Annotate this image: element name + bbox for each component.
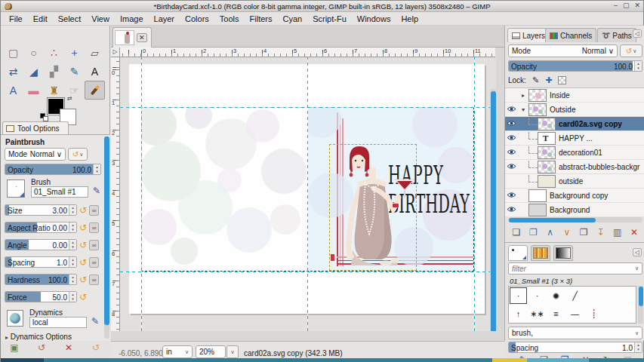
delete-layer-button[interactable]: ✕ [627,225,642,239]
visibility-eye-icon[interactable] [505,206,518,214]
brush-item[interactable]: · [528,287,547,305]
canvas-vertical-scrollbar[interactable] [490,89,496,331]
reset-icon[interactable]: ↺ [79,240,87,250]
layer-row-background-copy[interactable]: Background copy [505,189,644,203]
visibility-eye-icon[interactable] [505,149,518,157]
layer-mode-reset-button[interactable]: ↺∨ [620,44,642,57]
layer-thumbnail[interactable] [528,103,547,116]
raise-layer-button[interactable]: ∧ [543,225,558,239]
close-button[interactable]: ✕ [634,2,640,9]
vertical-guide[interactable] [474,57,475,331]
clone-tool[interactable]: ♜ [44,81,64,100]
save-tool-preset[interactable]: ▣ [4,342,25,353]
new-layer-button[interactable]: ❏ [509,225,524,239]
layer-row-abstract-bubbles-backgr[interactable]: abstract-bubbles-backgr [505,160,644,174]
reset-icon[interactable]: ↺ [79,222,87,233]
chain-link-button[interactable]: ∞ [89,275,99,285]
reset-tool-options[interactable]: ↺ [85,342,106,353]
horizontal-guide[interactable] [120,107,496,108]
swap-colors-icon[interactable]: ⇄ [67,95,72,102]
visibility-eye-icon[interactable] [505,106,518,114]
brush-item[interactable] [584,287,603,305]
menu-item-view[interactable]: View [86,13,115,25]
move-tool[interactable]: + [64,43,85,62]
delete-tool-preset[interactable]: ✕ [58,342,79,353]
tab-layers[interactable]: Layers [507,28,550,42]
image-tab-close-icon[interactable]: ✕ [137,33,147,42]
menu-item-windows[interactable]: Windows [352,13,396,25]
menu-item-script-fu[interactable]: Script-Fu [307,13,352,25]
brush-item[interactable]: ∗∗ [528,305,547,323]
opacity-slider[interactable]: Opacity 100.0 ▴▾ [5,164,101,175]
lower-layer-button[interactable]: ∨ [559,225,575,239]
chain-link-button[interactable]: ∞ [89,257,99,268]
dock-menu-icon[interactable]: ◁ [633,29,642,38]
visibility-eye-icon[interactable] [505,163,518,171]
visibility-eye-icon[interactable] [505,120,518,128]
layer-row-outside[interactable]: outside [505,174,644,189]
hardness-slider[interactable]: Hardness100.0▴▾ [5,274,77,285]
horizontal-guide[interactable] [120,272,496,272]
measure-tool[interactable]: A [3,81,23,100]
layer-thumbnail[interactable] [528,89,547,102]
brush-grid-scrollbar[interactable] [638,286,643,324]
brush-filter-input[interactable] [512,265,625,273]
layer-row-decoration01[interactable]: decoration01 [505,146,644,160]
gradient-tool[interactable]: ▞ [44,62,64,81]
menu-item-select[interactable]: Select [53,13,87,25]
group-expander-icon[interactable]: ▾ [518,106,528,113]
restore-tool-preset[interactable]: ↺ [31,342,52,353]
edit-brush-icon[interactable]: ✎ [93,186,100,196]
menu-item-filters[interactable]: Filters [245,13,278,25]
group-expander-icon[interactable]: ▸ [518,92,528,99]
brush-name-field[interactable]: 01_Small #1 [31,186,88,198]
menu-item-colors[interactable]: Colors [180,13,214,25]
image-tab[interactable]: ✕ [112,27,152,48]
layer-thumbnail[interactable] [538,175,556,188]
brush-spacing-slider[interactable]: Spacing 1.0 ▴▾ [508,342,642,353]
layer-opacity-slider[interactable]: Opacity 100.0 ▴▾ [508,60,642,72]
paths-tool[interactable]: ✎ [64,62,85,81]
layer-mode-select[interactable]: Mode Normal ∨ [508,44,618,57]
brush-item[interactable]: ≡ [547,305,565,323]
rectangle-select-tool[interactable]: ▢ [3,43,23,62]
dynamics-preview[interactable] [7,310,23,327]
layer-thumbnail[interactable] [538,146,556,159]
lock-pixels-icon[interactable]: ✎ [532,75,539,85]
lock-position-icon[interactable]: ✚ [545,75,552,85]
maximize-button[interactable]: ▢ [623,2,630,9]
tab-channels[interactable]: Channels [545,28,596,42]
dynamics-options-expander[interactable]: ▸ Dynamics Options [5,333,72,341]
menu-item-image[interactable]: Image [115,13,149,25]
aspect-ratio-slider[interactable]: Aspect Ratio0.00▴▾ [5,222,77,233]
canvas-viewport[interactable]: HAPPY BIRTHDAY [120,57,496,331]
layer-row-inside[interactable]: ▸Inside [505,88,644,103]
layer-row-card02a-svg-copy[interactable]: card02a.svg copy [505,117,644,131]
add-mask-button[interactable]: ▥ [610,225,625,239]
layer-thumbnail[interactable] [528,189,547,202]
menu-item-tools[interactable]: Tools [214,13,245,25]
tab-patterns[interactable] [531,245,550,261]
layer-row-background[interactable]: Background [505,203,644,216]
force-slider[interactable]: Force50.0▴▾ [5,291,77,302]
paintbrush-tool[interactable] [85,81,105,100]
opacity-spinner[interactable]: ▴▾ [93,164,100,174]
spacing-slider[interactable]: Spacing1.0▴▾ [5,256,77,268]
new-group-button[interactable]: ❐ [525,225,541,239]
merge-down-button[interactable]: ↧ [593,225,608,239]
brush-item[interactable]: ↑ [509,305,528,323]
brush-item[interactable]: ┊ [584,305,603,323]
chain-link-button[interactable]: ∞ [89,205,99,216]
layer-opacity-spinner[interactable]: ▴▾ [634,61,642,71]
tool-options-scrollbar[interactable] [104,137,109,339]
unit-select[interactable]: in ∨ [162,345,193,358]
mode-reset-button[interactable]: ↺∨ [68,148,88,161]
brush-tag-select[interactable]: brush, ∨ [508,327,642,339]
menu-item-layer[interactable]: Layer [149,13,180,25]
reset-icon[interactable]: ↺ [79,292,87,302]
tab-gradients[interactable] [553,245,573,261]
brush-item[interactable]: ╱ [565,287,584,305]
duplicate-layer-button[interactable]: ❐ [576,225,591,239]
tool-options-tab[interactable]: Tool Options [2,121,69,134]
menu-item-file[interactable]: File [4,13,28,25]
